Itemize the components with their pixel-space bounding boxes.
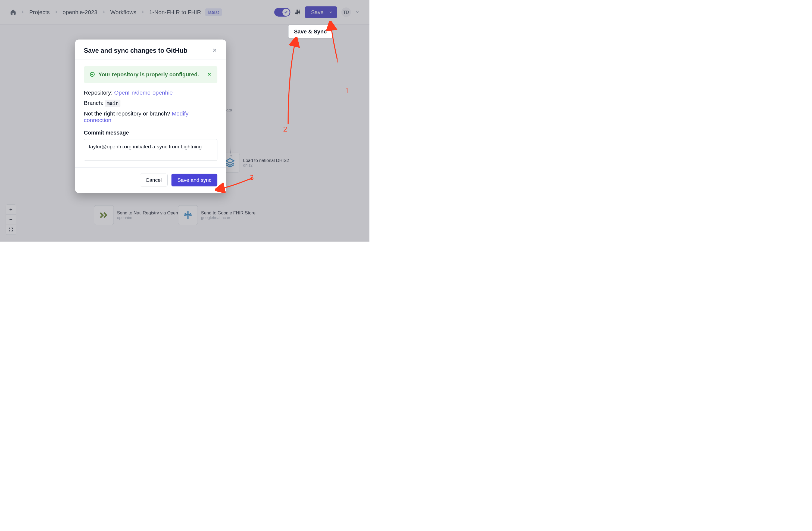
annotation-label-3: 3 (250, 173, 254, 181)
branch-label: Branch: (84, 100, 103, 106)
check-circle-icon (89, 71, 95, 77)
annotation-arrow-3 (215, 175, 255, 193)
save-and-sync-button[interactable]: Save and sync (172, 174, 217, 186)
repository-row: Repository: OpenFn/demo-openhie (84, 89, 217, 96)
commit-message-label: Commit message (84, 130, 217, 136)
close-icon[interactable] (212, 47, 217, 54)
repository-link[interactable]: OpenFn/demo-openhie (114, 89, 173, 96)
repository-label: Repository: (84, 89, 113, 96)
branch-value: main (105, 100, 120, 107)
annotation-label-1: 1 (345, 87, 349, 95)
alert-text: Your repository is properly configured. (98, 71, 204, 78)
annotation-label-2: 2 (283, 125, 287, 133)
modal-title: Save and sync changes to GitHub (84, 47, 187, 54)
annotation-arrow-2 (282, 37, 306, 126)
branch-row: Branch: main (84, 100, 217, 106)
cancel-button[interactable]: Cancel (140, 174, 168, 186)
config-alert: Your repository is properly configured. (84, 66, 217, 83)
modify-row: Not the right repository or branch? Modi… (84, 110, 217, 124)
commit-message-input[interactable] (84, 139, 217, 161)
modify-prefix: Not the right repository or branch? (84, 110, 172, 117)
close-icon[interactable] (207, 72, 212, 77)
save-sync-modal: Save and sync changes to GitHub Your rep… (75, 40, 226, 193)
